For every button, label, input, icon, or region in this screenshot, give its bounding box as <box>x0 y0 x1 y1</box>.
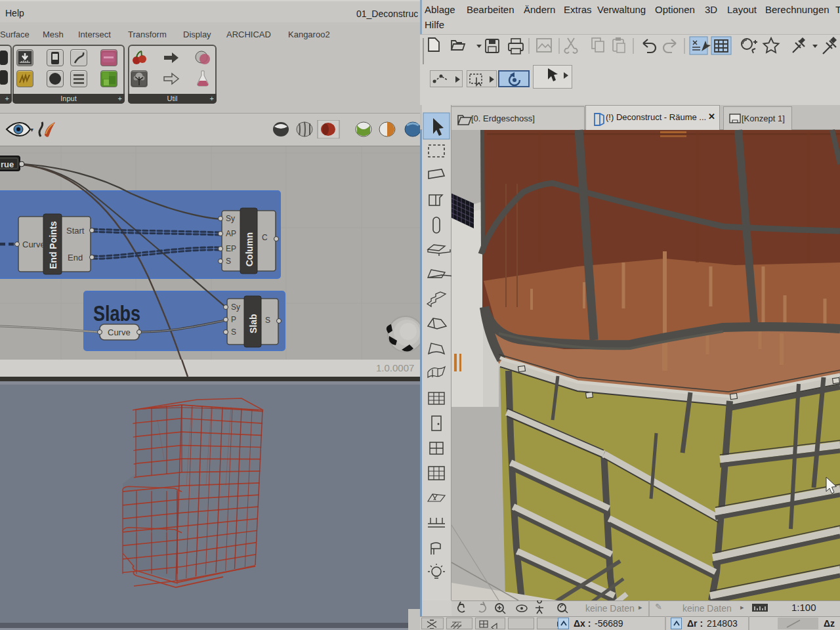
svg-text:Column: Column <box>244 232 255 266</box>
svg-text:C: C <box>262 233 268 242</box>
svg-text:S: S <box>231 327 236 337</box>
svg-text:Sy: Sy <box>226 214 235 223</box>
svg-text:rue: rue <box>1 159 14 169</box>
svg-text:End: End <box>68 253 83 262</box>
svg-text:Sy: Sy <box>231 303 240 312</box>
svg-text:AP: AP <box>226 229 236 238</box>
svg-text:P: P <box>231 315 236 324</box>
svg-text:End Points: End Points <box>48 221 58 269</box>
svg-text:Curve: Curve <box>22 240 45 249</box>
svg-text:S: S <box>265 316 270 325</box>
svg-text:Curve: Curve <box>108 327 131 337</box>
svg-text:S: S <box>226 257 231 266</box>
svg-text:Slabs: Slabs <box>93 301 140 326</box>
svg-text:Start: Start <box>66 226 85 236</box>
svg-text:EP: EP <box>226 244 236 253</box>
svg-text:Slab: Slab <box>248 314 259 333</box>
